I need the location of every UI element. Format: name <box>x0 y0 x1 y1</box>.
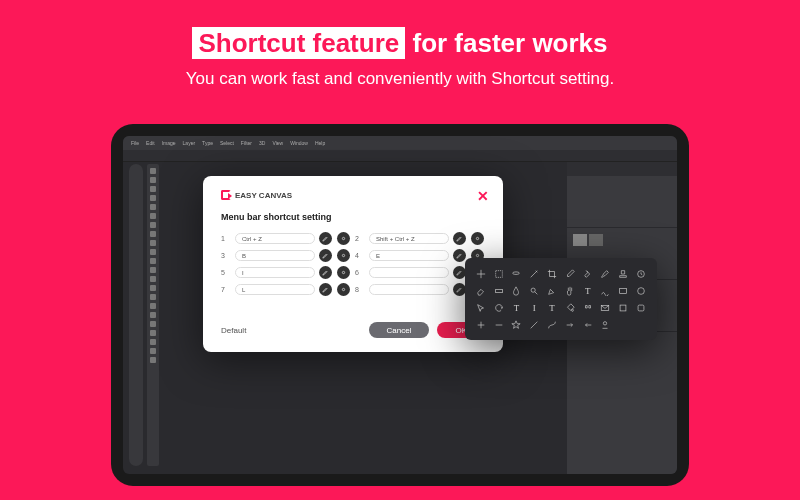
shortcut-number: 3 <box>221 252 231 259</box>
default-link[interactable]: Default <box>221 326 246 335</box>
bucket-icon[interactable] <box>562 300 578 315</box>
menu-item[interactable]: File <box>131 140 139 146</box>
eyedrop-icon[interactable] <box>562 266 578 281</box>
svg-rect-10 <box>495 289 502 292</box>
shortcut-number: 4 <box>355 252 365 259</box>
shortcut-input[interactable] <box>369 267 449 278</box>
edit-icon[interactable] <box>319 249 332 262</box>
hero-title: Shortcut feature for faster works <box>0 28 800 59</box>
menu-item[interactable]: Layer <box>183 140 196 146</box>
marquee-icon[interactable] <box>491 266 507 281</box>
menu-item[interactable]: Type <box>202 140 213 146</box>
svg-point-11 <box>531 288 535 292</box>
rarrow-icon[interactable] <box>580 317 596 332</box>
stamp-icon[interactable] <box>615 266 631 281</box>
tool-picker: TTIT <box>465 258 657 340</box>
minus-icon[interactable] <box>491 317 507 332</box>
heal-icon[interactable] <box>580 266 596 281</box>
cancel-button[interactable]: Cancel <box>369 322 430 338</box>
app-screen: FileEditImageLayerTypeSelectFilter3DView… <box>123 136 677 474</box>
text-icon[interactable]: T <box>580 283 596 298</box>
shortcut-input[interactable]: Shift + Ctrl + Z <box>369 233 449 244</box>
edit-icon[interactable] <box>319 232 332 245</box>
shortcut-input[interactable]: L <box>235 284 315 295</box>
shortcut-input[interactable] <box>369 284 449 295</box>
svg-point-4 <box>342 271 344 273</box>
hand-icon[interactable] <box>562 283 578 298</box>
arrow-icon[interactable] <box>562 317 578 332</box>
blur-icon[interactable] <box>509 283 525 298</box>
pen-icon[interactable] <box>544 283 560 298</box>
envelope-icon[interactable] <box>598 300 614 315</box>
tool-icon[interactable] <box>337 232 350 245</box>
tool-icon[interactable] <box>337 283 350 296</box>
textI-icon[interactable]: I <box>526 300 542 315</box>
gradient-icon[interactable] <box>491 283 507 298</box>
eraser-icon[interactable] <box>473 283 489 298</box>
shortcut-number: 6 <box>355 269 365 276</box>
edit-icon[interactable] <box>453 249 466 262</box>
menu-item[interactable]: Edit <box>146 140 155 146</box>
svg-rect-12 <box>620 288 627 293</box>
modal-title: Menu bar shortcut setting <box>221 212 485 222</box>
menu-item[interactable]: 3D <box>259 140 265 146</box>
svg-point-6 <box>342 288 344 290</box>
crop-icon[interactable] <box>544 266 560 281</box>
brand-name: EASY CANVAS <box>235 191 292 200</box>
tool-icon[interactable] <box>337 266 350 279</box>
shortcut-number: 5 <box>221 269 231 276</box>
menu-item[interactable]: Select <box>220 140 234 146</box>
hero-highlight: Shortcut feature <box>192 27 405 59</box>
svg-rect-8 <box>495 270 502 277</box>
path-icon[interactable] <box>598 283 614 298</box>
wand-icon[interactable] <box>526 266 542 281</box>
brush-icon[interactable] <box>598 266 614 281</box>
cursor-icon[interactable] <box>473 300 489 315</box>
shortcut-input[interactable]: E <box>369 250 449 261</box>
plus-icon[interactable] <box>473 317 489 332</box>
dodge-icon[interactable] <box>526 283 542 298</box>
history-icon[interactable] <box>633 266 649 281</box>
stamp2-icon[interactable] <box>598 317 614 332</box>
menu-item[interactable]: View <box>272 140 283 146</box>
shortcut-input[interactable]: Ctrl + Z <box>235 233 315 244</box>
svg-point-3 <box>476 254 478 256</box>
shortcut-input[interactable]: B <box>235 250 315 261</box>
blank-icon[interactable] <box>633 317 649 332</box>
hero-title-rest: for faster works <box>405 28 607 58</box>
square2-icon[interactable] <box>633 300 649 315</box>
menu-item[interactable]: Help <box>315 140 325 146</box>
curve-icon[interactable] <box>544 317 560 332</box>
serifT-icon[interactable]: T <box>544 300 560 315</box>
typeT-icon[interactable]: T <box>509 300 525 315</box>
edit-icon[interactable] <box>319 266 332 279</box>
edit-icon[interactable] <box>453 232 466 245</box>
line-icon[interactable] <box>526 317 542 332</box>
shortcut-modal: EASY CANVAS ✕ Menu bar shortcut setting … <box>203 176 503 352</box>
rect-icon[interactable] <box>615 283 631 298</box>
menu-item[interactable]: Filter <box>241 140 252 146</box>
lasso-icon[interactable] <box>509 266 525 281</box>
edit-icon[interactable] <box>319 283 332 296</box>
circle-icon[interactable] <box>633 283 649 298</box>
rotate-icon[interactable] <box>491 300 507 315</box>
shortcut-input[interactable]: I <box>235 267 315 278</box>
app-menubar: FileEditImageLayerTypeSelectFilter3DView… <box>123 136 677 150</box>
blank-icon[interactable] <box>615 317 631 332</box>
svg-rect-15 <box>620 305 626 311</box>
tool-icon[interactable] <box>471 232 484 245</box>
close-icon[interactable]: ✕ <box>477 188 489 204</box>
tablet-frame: FileEditImageLayerTypeSelectFilter3DView… <box>111 124 689 486</box>
panel-section <box>567 176 677 228</box>
move-icon[interactable] <box>473 266 489 281</box>
menu-item[interactable]: Window <box>290 140 308 146</box>
quote-icon[interactable] <box>580 300 596 315</box>
star-icon[interactable] <box>509 317 525 332</box>
svg-point-1 <box>476 237 478 239</box>
shortcut-grid: 1Ctrl + Z2Shift + Ctrl + Z3B4E5I67L8 <box>221 232 485 296</box>
tool-icon[interactable] <box>337 249 350 262</box>
square-icon[interactable] <box>615 300 631 315</box>
panel-tabs <box>567 162 677 176</box>
menu-item[interactable]: Image <box>162 140 176 146</box>
shortcut-number: 8 <box>355 286 365 293</box>
